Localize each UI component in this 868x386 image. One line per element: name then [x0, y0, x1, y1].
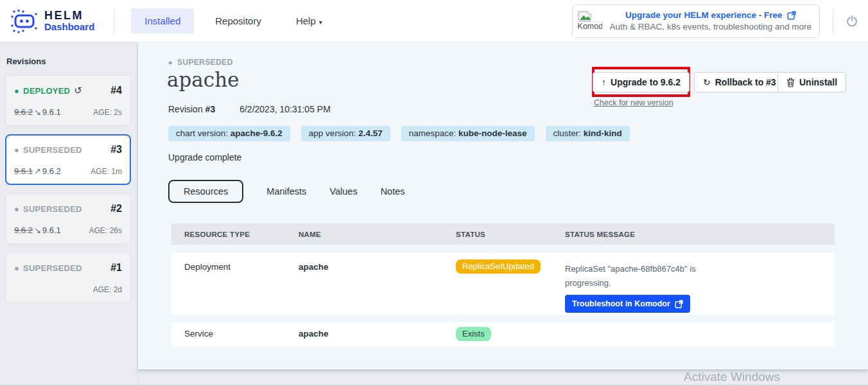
revision-status: ●SUPERSEDED [14, 145, 82, 155]
status-dot-icon: ● [168, 58, 173, 66]
revision-status: ●SUPERSEDED [14, 263, 82, 273]
page-title: apache [167, 68, 239, 91]
komodor-promo-banner[interactable]: Komodor Upgrade your HELM experience - F… [572, 4, 820, 38]
revision-age: AGE: 2s [93, 108, 122, 117]
cell-name: apache [286, 252, 443, 315]
release-description: Upgrade complete [168, 152, 241, 162]
revision-date: 6/2/2023, 10:31:05 PM [239, 104, 331, 114]
revision-status: ●DEPLOYED↺ [14, 85, 82, 96]
app-version-chip: app version: 2.4.57 [301, 126, 390, 141]
cluster-chip: cluster: kind-kind [546, 126, 630, 141]
cell-status-message [552, 322, 835, 346]
revision-card-4[interactable]: ●DEPLOYED↺ #4 9.6.2↘9.6.1 AGE: 2s [5, 75, 131, 126]
revision-number: #2 [110, 203, 122, 215]
revision-card-1[interactable]: ●SUPERSEDED #1 AGE: 2d [5, 252, 131, 303]
tab-resources[interactable]: Resources [168, 180, 243, 203]
komodor-alt-text: Komodor [578, 22, 602, 31]
cell-status: Exists [443, 322, 552, 346]
table-header-row: RESOURCE TYPE NAME STATUS STATUS MESSAGE [171, 224, 835, 245]
release-status-label: ● SUPERSEDED [168, 58, 233, 67]
tab-values[interactable]: Values [329, 180, 357, 202]
namespace-chip: namespace: kube-node-lease [401, 126, 535, 141]
banner-text: Upgrade your HELM experience - Free Auth… [610, 10, 812, 31]
status-badge: Exists [456, 327, 491, 341]
annotation-highlight-box: ↑ Upgrade to 9.6.2 [592, 67, 690, 97]
cell-status-message: ReplicaSet "apache-68fb867c4b" is progre… [552, 252, 697, 315]
status-message-text: ReplicaSet "apache-68fb867c4b" is progre… [565, 262, 697, 290]
table-row: Deployment apache ReplicaSetUpdated Repl… [171, 252, 835, 315]
col-name: NAME [286, 231, 443, 238]
banner-title-text: Upgrade your HELM experience - Free [625, 10, 783, 20]
reload-icon: ↺ [74, 85, 82, 96]
nav-tab-installed[interactable]: Installed [131, 8, 194, 33]
revision-versions: 9.6.2↘9.6.1 [14, 107, 61, 117]
rollback-icon: ↻ [703, 77, 711, 87]
status-badge: ReplicaSetUpdated [456, 259, 541, 274]
arrow-up-icon: ↑ [602, 77, 606, 87]
cell-name: apache [286, 322, 443, 346]
version-arrow-icon: ↗ [33, 166, 42, 176]
revision-versions: 9.6.2↘9.6.1 [14, 225, 61, 235]
tab-manifests[interactable]: Manifests [266, 180, 306, 202]
revision-age: AGE: 1m [91, 167, 122, 176]
logo-text: HELM Dashboard [44, 10, 94, 32]
revisions-title: Revisions [6, 57, 131, 66]
chart-version-chip: chart version: apache-9.6.2 [168, 126, 290, 141]
navbar-divider-right [833, 9, 833, 33]
troubleshoot-komodor-button[interactable]: Troubleshoot in Komodor [565, 295, 690, 313]
revision-age: AGE: 26s [89, 226, 122, 235]
revision-age: AGE: 2d [93, 285, 122, 294]
revision-card-3[interactable]: ●SUPERSEDED #3 9.6.1↗9.6.2 AGE: 1m [5, 134, 131, 185]
uninstall-button[interactable]: Uninstall [777, 72, 846, 92]
status-dot-icon: ● [14, 86, 19, 96]
metadata-chips: chart version: apache-9.6.2 app version:… [168, 126, 630, 141]
resources-table: RESOURCE TYPE NAME STATUS STATUS MESSAGE… [171, 224, 835, 346]
navbar-divider [114, 9, 114, 33]
logo-helm-label: HELM [44, 10, 94, 22]
revision-info-row: Revision #3 6/2/2023, 10:31:05 PM [168, 104, 331, 114]
chevron-down-icon: ▾ [319, 19, 322, 26]
nav-tab-help[interactable]: Help▾ [282, 8, 336, 33]
power-icon [846, 15, 858, 27]
helm-dashboard-logo[interactable]: HELM Dashboard [10, 8, 94, 34]
external-link-icon [787, 11, 796, 20]
banner-title[interactable]: Upgrade your HELM experience - Free [610, 10, 812, 20]
shutdown-button[interactable] [846, 15, 858, 27]
logo-dashboard-label: Dashboard [44, 22, 94, 32]
tab-notes[interactable]: Notes [381, 180, 405, 202]
revisions-sidebar: Revisions ●DEPLOYED↺ #4 9.6.2↘9.6.1 AGE:… [0, 42, 138, 386]
check-new-version-link[interactable]: Check for new version [594, 98, 673, 107]
upgrade-button[interactable]: ↑ Upgrade to 9.6.2 [593, 72, 690, 92]
nav-tab-repository[interactable]: Repository [202, 8, 275, 33]
col-status-message: STATUS MESSAGE [552, 231, 835, 238]
rollback-button[interactable]: ↻ Rollback to #3 [694, 72, 785, 92]
broken-image-icon [578, 11, 591, 22]
table-row: Service apache Exists [171, 322, 835, 346]
revision-number: #4 [110, 85, 122, 96]
revision-number: #3 [110, 144, 122, 155]
status-dot-icon: ● [14, 263, 19, 273]
revision-card-2[interactable]: ●SUPERSEDED #2 9.6.2↘9.6.1 AGE: 26s [5, 193, 131, 244]
komodor-broken-image: Komodor [578, 11, 603, 31]
version-arrow-icon: ↘ [33, 225, 42, 235]
banner-subtitle: Auth & RBAC, k8s events, troubleshooting… [610, 22, 812, 31]
status-dot-icon: ● [14, 145, 19, 155]
external-link-icon [675, 300, 683, 308]
top-navbar: HELM Dashboard Installed Repository Help… [0, 0, 868, 42]
detail-tabs: Resources Manifests Values Notes [168, 180, 405, 203]
helm-logo-icon [10, 8, 39, 34]
activate-windows-watermark: Activate Windows [684, 370, 780, 384]
release-detail-panel: ● SUPERSEDED apache Revision #3 6/2/2023… [138, 42, 868, 369]
revision-status: ●SUPERSEDED [14, 204, 82, 214]
col-status: STATUS [443, 231, 552, 238]
cell-status: ReplicaSetUpdated [443, 252, 552, 315]
help-label: Help [296, 15, 316, 26]
revision-versions: 9.6.1↗9.6.2 [14, 166, 61, 176]
cell-resource-type: Deployment [171, 252, 286, 315]
revision-label: Revision #3 [168, 104, 215, 114]
version-arrow-icon: ↘ [33, 107, 42, 117]
col-resource-type: RESOURCE TYPE [171, 231, 286, 238]
status-dot-icon: ● [14, 204, 19, 214]
revision-number: #1 [110, 262, 122, 274]
trash-icon [786, 78, 795, 87]
